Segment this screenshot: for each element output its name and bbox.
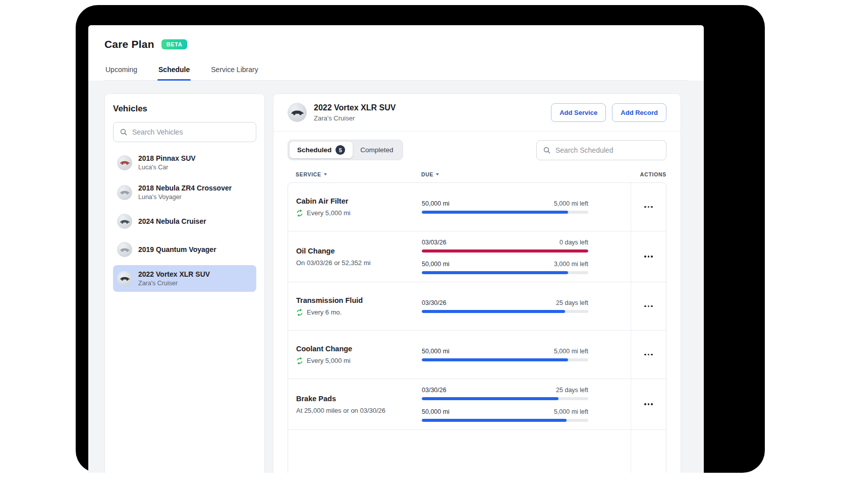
column-header-due[interactable]: DUE (421, 171, 588, 177)
row-actions-button[interactable] (640, 251, 657, 262)
vehicles-panel-title: Vehicles (113, 104, 256, 114)
service-table: Cabin Air Filter Every 5,000 mi 50,000 m… (288, 182, 666, 473)
progress-left-label: 50,000 mi (422, 261, 450, 268)
vehicle-list-item[interactable]: 2019 Quantum Voyager (113, 237, 256, 262)
vehicle-detail-panel: 2022 Vortex XLR SUV Zara's Cruiser Add S… (273, 93, 681, 473)
schedule-toolbar: Scheduled 5 Completed (273, 132, 681, 168)
vehicle-subtitle: Zara's Cruiser (314, 114, 396, 122)
car-icon (119, 218, 130, 225)
tab-completed-label: Completed (360, 146, 393, 154)
due-cell: 03/30/26 25 days left (422, 282, 588, 330)
tab-schedule[interactable]: Schedule (157, 60, 191, 80)
repeat-icon (296, 210, 303, 217)
due-cell: 50,000 mi 5,000 mi left (422, 331, 588, 379)
progress-track (422, 310, 588, 313)
vehicle-avatar (117, 242, 132, 257)
progress-fill (422, 419, 567, 422)
scheduled-count-badge: 5 (335, 145, 345, 155)
vehicle-list: 2018 Pinnax SUV Luca's Car 2018 Nebula Z… (113, 149, 256, 292)
service-cell: Brake Pads At 25,000 miles or on 03/30/2… (288, 379, 422, 429)
vehicle-list-item[interactable]: 2022 Vortex XLR SUV Zara's Cruiser (113, 265, 256, 292)
row-spacer (588, 282, 631, 330)
service-row: Cabin Air Filter Every 5,000 mi 50,000 m… (288, 183, 666, 231)
table-column-headers: SERVICE DUE ACTIONS (273, 168, 681, 182)
progress-track (422, 249, 588, 253)
progress-right-label: 5,000 mi left (554, 348, 588, 355)
row-actions-button[interactable] (640, 202, 657, 213)
progress-group: 50,000 mi 5,000 mi left (422, 348, 588, 361)
vehicle-name: 2022 Vortex XLR SUV (138, 270, 210, 278)
progress-group: 03/03/26 0 days left (422, 239, 588, 253)
scheduled-search-input[interactable] (555, 146, 660, 154)
progress-left-label: 50,000 mi (422, 408, 450, 415)
progress-left-label: 03/30/26 (422, 299, 446, 306)
vehicle-avatar (117, 214, 132, 229)
vehicle-subtitle: Zara's Cruiser (138, 280, 210, 287)
service-detail: At 25,000 miles or on 03/30/26 (296, 407, 385, 414)
add-record-button[interactable]: Add Record (612, 103, 666, 122)
progress-group: 03/30/26 25 days left (422, 299, 588, 313)
progress-fill (422, 271, 568, 274)
repeat-icon (296, 309, 303, 316)
service-name: Brake Pads (296, 395, 417, 403)
vehicle-title: 2022 Vortex XLR SUV (314, 103, 396, 112)
sort-caret-icon (324, 173, 327, 175)
tab-service-library[interactable]: Service Library (210, 60, 259, 80)
actions-cell (631, 331, 666, 379)
service-name: Coolant Change (296, 345, 417, 353)
tab-scheduled-label: Scheduled (297, 146, 331, 154)
tab-completed[interactable]: Completed (353, 142, 401, 158)
service-cell: Coolant Change Every 5,000 mi (288, 331, 422, 379)
progress-right-label: 0 days left (559, 239, 588, 246)
column-header-actions: ACTIONS (631, 171, 666, 177)
actions-cell (631, 282, 666, 330)
tab-scheduled[interactable]: Scheduled 5 (290, 142, 353, 158)
vehicle-search-input[interactable] (132, 128, 250, 136)
vehicle-header-avatar (288, 103, 307, 122)
service-row: Brake Pads At 25,000 miles or on 03/30/2… (288, 379, 666, 430)
service-row: Coolant Change Every 5,000 mi 50,000 mi … (288, 331, 666, 379)
row-actions-button[interactable] (640, 301, 657, 312)
due-cell: 03/30/26 25 days left 50,000 mi 5,000 mi… (422, 379, 588, 429)
service-table-body: Cabin Air Filter Every 5,000 mi 50,000 m… (288, 183, 666, 430)
progress-left-label: 03/30/26 (422, 387, 446, 394)
due-cell: 50,000 mi 5,000 mi left (422, 183, 588, 231)
progress-track (422, 271, 588, 274)
vehicle-list-item[interactable]: 2018 Nebula ZR4 Crossover Luna's Voyager (113, 179, 256, 206)
vehicles-panel: Vehicles 2018 Pinnax SUV Luca's Car (104, 93, 265, 473)
row-spacer (588, 231, 631, 282)
vehicle-list-item[interactable]: 2024 Nebula Cruiser (113, 209, 256, 234)
row-actions-button[interactable] (640, 349, 657, 360)
row-actions-button[interactable] (640, 399, 657, 410)
row-spacer (588, 379, 631, 429)
vehicle-list-item[interactable]: 2018 Pinnax SUV Luca's Car (113, 149, 256, 176)
add-service-button[interactable]: Add Service (551, 103, 606, 122)
content-area: Vehicles 2018 Pinnax SUV Luca's Car (88, 81, 704, 473)
vehicle-name: 2018 Pinnax SUV (138, 154, 196, 162)
service-detail: Every 5,000 mi (307, 209, 351, 217)
progress-track (422, 397, 588, 400)
actions-cell (631, 379, 666, 429)
column-header-service[interactable]: SERVICE (288, 171, 421, 177)
actions-cell (631, 231, 666, 282)
progress-fill (422, 211, 568, 214)
actions-cell (631, 183, 666, 231)
service-cell: Oil Change On 03/03/26 or 52,352 mi (288, 231, 422, 282)
progress-left-label: 50,000 mi (422, 348, 450, 355)
progress-right-label: 25 days left (556, 299, 588, 306)
progress-right-label: 5,000 mi left (554, 408, 588, 415)
row-spacer (588, 183, 631, 231)
beta-badge: BETA (161, 39, 188, 49)
vehicle-name: 2019 Quantum Voyager (138, 245, 216, 254)
progress-track (422, 211, 588, 214)
vehicle-search (113, 122, 256, 142)
vehicle-avatar (117, 185, 132, 200)
car-icon (119, 159, 130, 166)
view-switcher: Scheduled 5 Completed (288, 140, 403, 160)
vehicle-detail-header: 2022 Vortex XLR SUV Zara's Cruiser Add S… (273, 94, 681, 132)
row-spacer (588, 331, 631, 379)
progress-group: 03/30/26 25 days left (422, 387, 588, 400)
progress-fill (422, 358, 568, 361)
progress-right-label: 25 days left (556, 387, 588, 394)
tab-upcoming[interactable]: Upcoming (104, 60, 138, 80)
